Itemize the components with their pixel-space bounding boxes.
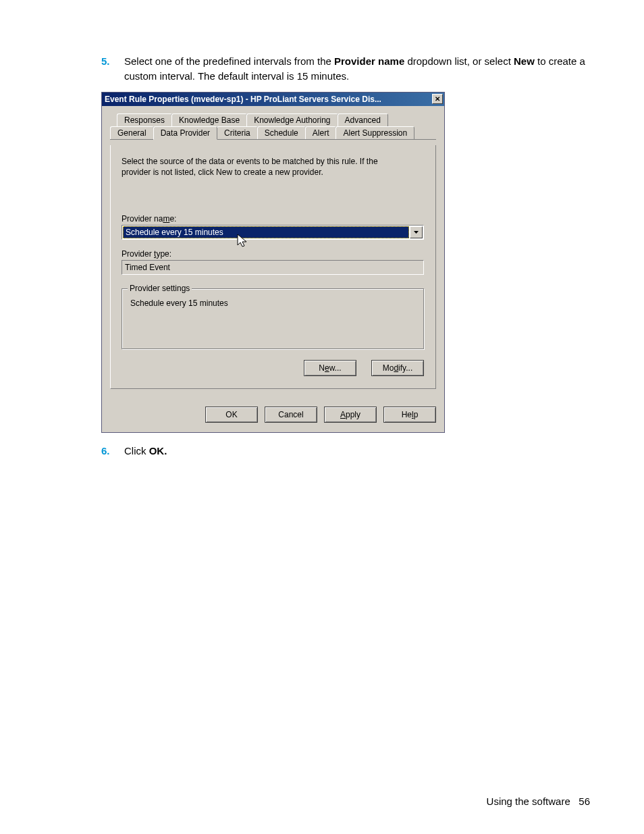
cancel-button[interactable]: Cancel	[265, 407, 317, 423]
provider-settings-group: Provider settings Schedule every 15 minu…	[122, 288, 424, 349]
tab-strip: Responses Knowledge Base Knowledge Autho…	[110, 113, 436, 140]
panel-instruction: Select the source of the data or events …	[122, 156, 405, 178]
chevron-down-icon	[414, 231, 419, 234]
provider-type-field: Timed Event	[122, 260, 424, 275]
tab-knowledge-base[interactable]: Knowledge Base	[171, 113, 247, 126]
footer-page-number: 56	[579, 796, 590, 807]
tab-responses[interactable]: Responses	[117, 113, 172, 126]
footer-section: Using the software	[487, 796, 570, 807]
close-icon: ✕	[435, 95, 440, 103]
tab-advanced[interactable]: Advanced	[338, 113, 388, 126]
apply-button[interactable]: Apply	[324, 407, 377, 423]
provider-name-label: Provider name:	[122, 214, 425, 224]
step-5-number: 5.	[101, 54, 124, 84]
tab-alert-suppression[interactable]: Alert Suppression	[336, 126, 414, 139]
dialog-titlebar[interactable]: Event Rule Properties (mvedev-sp1) - HP …	[102, 93, 444, 106]
page-footer: Using the software 56	[487, 796, 590, 807]
help-button[interactable]: Help	[383, 407, 436, 423]
tab-knowledge-authoring[interactable]: Knowledge Authoring	[246, 113, 338, 126]
dialog-title: Event Rule Properties (mvedev-sp1) - HP …	[105, 95, 432, 104]
tab-schedule[interactable]: Schedule	[257, 126, 306, 139]
provider-settings-text: Schedule every 15 minutes	[130, 298, 415, 308]
tab-alert[interactable]: Alert	[305, 126, 337, 139]
step-5-text: Select one of the predefined intervals f…	[124, 54, 590, 84]
provider-name-dropdown[interactable]: Schedule every 15 minutes	[122, 225, 424, 240]
modify-button[interactable]: Modify...	[371, 360, 424, 376]
step-6-text: Click OK.	[124, 444, 590, 459]
dialog-buttons: OK Cancel Apply Help	[102, 397, 444, 432]
provider-settings-title: Provider settings	[128, 284, 192, 293]
tab-general[interactable]: General	[110, 126, 154, 139]
step-6-number: 6.	[101, 444, 124, 459]
data-provider-panel: Select the source of the data or events …	[110, 145, 436, 389]
provider-type-label: Provider type:	[122, 249, 425, 259]
tab-data-provider[interactable]: Data Provider	[153, 126, 217, 140]
step-5: 5. Select one of the predefined interval…	[101, 54, 590, 84]
tab-criteria[interactable]: Criteria	[217, 126, 258, 139]
dropdown-button[interactable]	[410, 226, 423, 238]
ok-button[interactable]: OK	[205, 407, 258, 423]
provider-name-value: Schedule every 15 minutes	[123, 226, 409, 238]
step-6: 6. Click OK.	[101, 444, 590, 459]
event-rule-properties-dialog: Event Rule Properties (mvedev-sp1) - HP …	[101, 92, 445, 433]
close-button[interactable]: ✕	[432, 94, 443, 104]
new-button[interactable]: New...	[304, 360, 356, 376]
